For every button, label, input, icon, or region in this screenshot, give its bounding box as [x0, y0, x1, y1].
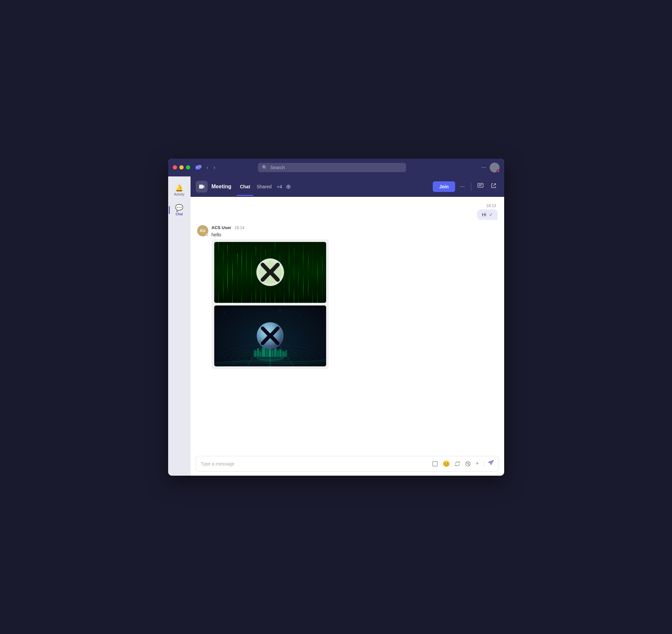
back-button[interactable]: ‹ [205, 164, 210, 171]
loop-button[interactable] [454, 460, 461, 467]
title-bar: T ‹ › 🔍 ··· [168, 159, 504, 177]
notification-badge [497, 169, 500, 173]
title-bar-right: ··· [481, 163, 499, 172]
messages-area[interactable]: 18:13 Hi ✓ AU ACS User 18: [191, 197, 504, 452]
message-meta: ACS User 18:14 [212, 225, 329, 230]
more-options-button[interactable]: ··· [481, 164, 486, 171]
svg-point-49 [467, 463, 467, 464]
chat-header: Meeting Chat Shared +4 ⊕ Join ··· [191, 177, 504, 197]
more-input-button[interactable]: + [475, 460, 480, 468]
header-tabs: Chat Shared +4 ⊕ [237, 182, 293, 191]
svg-rect-47 [433, 462, 437, 466]
popout-icon[interactable] [488, 181, 499, 192]
message-input[interactable] [201, 461, 428, 466]
my-message-bubble: Hi ✓ [477, 209, 497, 220]
format-button[interactable] [431, 460, 439, 467]
svg-marker-4 [203, 185, 205, 188]
other-message-time: 18:14 [234, 226, 244, 230]
search-input[interactable] [270, 165, 402, 170]
forward-button[interactable]: › [212, 164, 217, 171]
other-message-text: hello [212, 232, 329, 237]
minimize-button[interactable] [179, 165, 184, 169]
main-content: 🔔 Activity 💬 Chat Meeting C [168, 177, 504, 476]
sender-name: ACS User [212, 225, 231, 230]
sidebar-item-chat[interactable]: 💬 Chat [170, 201, 189, 219]
status-dot [206, 234, 208, 236]
my-message-group: 18:13 Hi ✓ [197, 204, 498, 220]
sidebar-label-activity: Activity [174, 193, 185, 196]
svg-rect-3 [199, 185, 203, 189]
message-delivered-icon: ✓ [489, 212, 493, 217]
avatar[interactable] [490, 163, 500, 172]
sidebar-item-activity[interactable]: 🔔 Activity [170, 181, 189, 199]
message-content: ACS User 18:14 hello [212, 225, 329, 369]
input-divider [484, 461, 484, 467]
xbox-green-image[interactable] [214, 242, 326, 303]
other-message-group: AU ACS User 18:14 hello [197, 225, 498, 369]
sidebar-label-chat: Chat [175, 212, 183, 216]
my-message-time: 18:13 [486, 204, 496, 208]
avatar-initials: AU [200, 229, 205, 233]
tab-shared[interactable]: Shared [254, 183, 275, 191]
xbox-dark-image[interactable] [214, 305, 326, 367]
emoji-button[interactable]: 😊 [442, 460, 451, 468]
add-tab-button[interactable]: ⊕ [284, 182, 293, 191]
sender-avatar: AU [197, 225, 208, 236]
header-more-button[interactable]: ··· [458, 182, 467, 191]
app-window: T ‹ › 🔍 ··· 🔔 Activity 💬 [168, 159, 504, 476]
join-button[interactable]: Join [433, 181, 455, 192]
close-button[interactable] [173, 165, 177, 169]
teams-logo-icon: T [195, 164, 202, 171]
traffic-lights [173, 165, 190, 169]
bell-icon: 🔔 [175, 184, 183, 192]
meeting-title: Meeting [212, 184, 231, 190]
search-bar[interactable]: 🔍 [258, 163, 406, 172]
search-icon: 🔍 [262, 165, 268, 170]
chat-panel: Meeting Chat Shared +4 ⊕ Join ··· [191, 177, 504, 476]
tab-chat[interactable]: Chat [237, 183, 254, 191]
svg-text:T: T [196, 166, 198, 169]
send-button[interactable] [488, 460, 494, 467]
message-images [212, 239, 329, 369]
svg-rect-5 [478, 183, 483, 187]
maximize-button[interactable] [186, 165, 190, 169]
svg-rect-1 [198, 165, 201, 168]
my-message-text: Hi [482, 212, 486, 217]
nav-arrows: ‹ › [205, 164, 218, 171]
input-actions: 😊 [431, 460, 494, 468]
xbox-logo-2 [214, 305, 326, 367]
sticker-button[interactable] [464, 460, 472, 467]
header-divider [471, 183, 471, 191]
chat-icon: 💬 [175, 204, 183, 212]
meeting-icon [196, 181, 208, 193]
tab-plus-count[interactable]: +4 [275, 183, 284, 191]
xbox-logo-1 [214, 242, 326, 303]
whiteboard-icon[interactable] [475, 181, 486, 192]
header-right: Join ··· [433, 181, 499, 192]
message-input-box[interactable]: 😊 [196, 456, 499, 472]
sidebar: 🔔 Activity 💬 Chat [168, 177, 191, 476]
message-input-area: 😊 [191, 452, 504, 476]
svg-point-50 [468, 463, 469, 464]
